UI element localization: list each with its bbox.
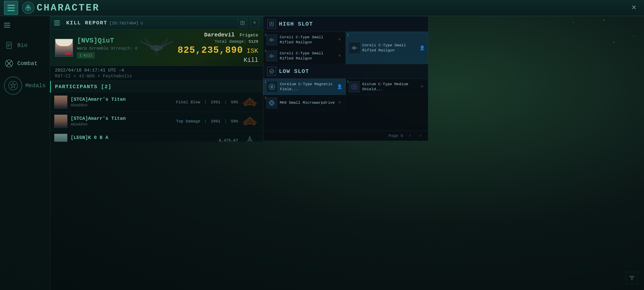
avatar-face-1 xyxy=(54,96,67,109)
kill-report-banner: [NVS]QiuT Warp Scramble Strength: 8 1 Ki… xyxy=(50,30,263,66)
item-name-gistum: Gistum C-Type Medium Shield... xyxy=(362,82,418,92)
hamburger-icon xyxy=(8,5,15,11)
item-num: 1 xyxy=(264,49,266,53)
svg-point-27 xyxy=(155,50,158,51)
item-num: 1 xyxy=(347,33,349,37)
top-close-button[interactable]: × xyxy=(628,2,640,14)
fittings-panel: High Slot 1 Coreli C-Type Small Rifled R… xyxy=(263,16,428,141)
prev-page-button[interactable]: ‹ xyxy=(406,132,414,140)
bio-icon xyxy=(4,40,14,50)
participant-row[interactable]: ★ [LEGN]K 0 B A Condor II Interceptor 6,… xyxy=(50,131,263,142)
item-action-2[interactable]: × xyxy=(337,53,343,59)
isk-value: 825,235,890 xyxy=(178,45,243,56)
top-menu-button[interactable] xyxy=(4,1,18,15)
sidebar-item-bio[interactable]: Bio xyxy=(2,36,48,54)
participant-2-stats: Top Damage | 2991 | 58% xyxy=(176,119,238,124)
left-sidebar: Bio Combat Medals xyxy=(0,16,50,290)
item-num: 1 xyxy=(264,96,266,100)
participant-1-avatar xyxy=(54,96,68,109)
copy-icon[interactable]: ⧉ xyxy=(140,21,143,25)
close-icon: × xyxy=(338,100,341,105)
kill-outcome: Kill xyxy=(178,57,258,64)
sidebar-bio-label: Bio xyxy=(17,42,27,49)
participant-1-stats: Final Blow | 2991 | 58% xyxy=(176,100,238,105)
ship-illustration xyxy=(136,32,177,64)
item-num: 1 xyxy=(264,33,266,37)
avatar-red-bar xyxy=(65,53,71,55)
modal-close-button[interactable]: × xyxy=(250,19,259,27)
sidebar-menu-button[interactable] xyxy=(2,20,12,30)
item-num: 1 xyxy=(347,80,349,84)
high-slot-title: High Slot xyxy=(279,21,313,27)
railgun-icon-3 xyxy=(349,42,360,54)
ship-name: Daredevil Frigate xyxy=(178,32,258,38)
modal-menu-button[interactable] xyxy=(54,19,62,27)
item-action-corelum[interactable]: 👤 xyxy=(337,84,343,90)
participant-row[interactable]: [STCA]Amarr's Titan Abaddon Top Damage |… xyxy=(50,112,263,131)
gistum-icon xyxy=(348,81,360,92)
railgun-icon-2 xyxy=(266,50,277,62)
banner-ship-info: Daredevil Frigate Total damage: 5129 825… xyxy=(178,32,258,64)
page-text: Page 6 xyxy=(388,134,403,138)
item-name-1: Coreli C-Type Small Rifled Railgun xyxy=(280,35,335,45)
item-name-corelum: Corelum C-Type Magnetic Field... xyxy=(280,82,335,92)
participants-header: Participants [2] xyxy=(50,81,263,93)
svg-point-30 xyxy=(249,101,250,103)
svg-point-44 xyxy=(354,47,355,49)
participant-1-name: [STCA]Amarr's Titan xyxy=(71,97,176,102)
fitting-item-mk9[interactable]: 1 MK9 Small Microwarpdrive × xyxy=(263,95,346,111)
modal-header: KILL REPORT [ID:7027404] ⧉ × xyxy=(50,16,263,30)
participant-3-info: [LEGN]K 0 B A Condor II Interceptor xyxy=(71,135,219,142)
item-name-3: Coreli C-Type Small Rifled Railgun xyxy=(362,43,418,53)
participant-3-ship: Condor II Interceptor xyxy=(71,141,219,142)
sidebar-item-combat[interactable]: Combat xyxy=(2,54,48,73)
top-bar: CHARACTER × xyxy=(0,0,644,16)
kill-report-modal: KILL REPORT [ID:7027404] ⧉ × xyxy=(50,16,263,141)
low-slot-left-col: 1 Corelum C-Type Magnetic Field... 👤 1 xyxy=(263,79,346,111)
low-slot-header: Low Slot xyxy=(263,64,428,79)
high-slot-header: High Slot xyxy=(263,16,428,32)
fitting-item[interactable]: 1 Coreli C-Type Small Rifled Railgun × xyxy=(263,32,346,48)
svg-rect-28 xyxy=(154,47,159,48)
fitting-item-highlighted[interactable]: 1 Coreli C-Type Small Rifled Railgun 👤 xyxy=(346,32,428,64)
svg-point-32 xyxy=(249,120,250,122)
abaddon-ship-icon-2 xyxy=(241,116,259,126)
item-action-3[interactable]: 👤 xyxy=(419,45,425,51)
high-slot-left-col: 1 Coreli C-Type Small Rifled Railgun × 1 xyxy=(263,32,346,64)
pagination: Page 6 ‹ › xyxy=(263,131,428,141)
sidebar-item-medals[interactable]: Medals xyxy=(2,73,48,99)
participant-2-info: [STCA]Amarr's Titan Abaddon xyxy=(71,116,176,127)
next-page-button[interactable]: › xyxy=(417,132,424,140)
app-title: CHARACTER xyxy=(37,3,100,13)
export-button[interactable] xyxy=(238,19,247,27)
participant-row[interactable]: [STCA]Amarr's Titan Abaddon Final Blow |… xyxy=(50,93,263,112)
item-action-gistum[interactable]: × xyxy=(419,84,425,90)
participant-1-info: [STCA]Amarr's Titan Abaddon xyxy=(71,97,176,108)
svg-point-47 xyxy=(271,86,272,87)
item-action-1[interactable]: × xyxy=(337,37,343,43)
svg-line-22 xyxy=(242,22,243,24)
sidebar-combat-label: Combat xyxy=(17,60,38,67)
mk9-icon xyxy=(266,97,277,109)
corelum-icon xyxy=(266,81,278,92)
combat-icon xyxy=(4,58,14,69)
kill-date: 2022/04/18 04:17:41 UTC -4 xyxy=(55,68,258,73)
fitting-item-gistum[interactable]: 1 Gistum C-Type Medium Shield... × xyxy=(346,79,428,95)
participant-2-avatar xyxy=(54,115,68,128)
svg-point-38 xyxy=(271,39,272,41)
modal-actions: × xyxy=(238,19,259,27)
fitting-item[interactable]: 1 Coreli C-Type Small Rifled Railgun × xyxy=(263,48,346,64)
item-action-mk9[interactable]: × xyxy=(337,100,343,106)
item-name-mk9: MK9 Small Microwarpdrive xyxy=(280,100,335,105)
participant-3-name: [LEGN]K 0 B A xyxy=(71,135,219,140)
isk-suffix: ISK xyxy=(246,47,258,55)
participant-3-avatar: ★ xyxy=(54,134,68,142)
low-slot-title: Low Slot xyxy=(279,68,309,75)
close-icon: × xyxy=(338,37,341,42)
medals-icon xyxy=(4,77,22,95)
sidebar-hamburger-icon xyxy=(4,23,10,28)
filter-button[interactable] xyxy=(626,272,638,284)
kill-location: R97-CI < 42-WDG < Feythabolis xyxy=(55,74,258,79)
fitting-item-corelum[interactable]: 1 Corelum C-Type Magnetic Field... 👤 xyxy=(263,79,346,95)
total-damage-line: Total damage: 5129 xyxy=(178,39,258,44)
